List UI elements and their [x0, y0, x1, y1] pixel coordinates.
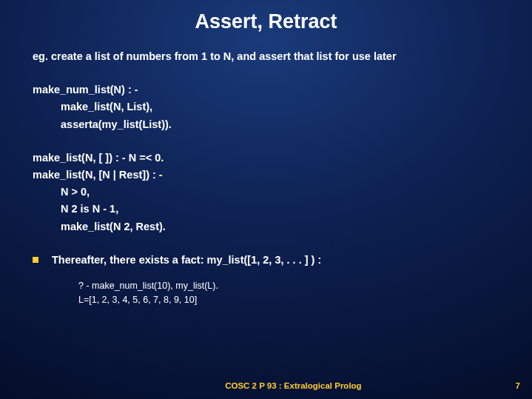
- description-text: eg. create a list of numbers from 1 to N…: [33, 48, 510, 65]
- slide-content: eg. create a list of numbers from 1 to N…: [0, 38, 532, 306]
- example-line: L=[1, 2, 3, 4, 5, 6, 7, 8, 9, 10]: [78, 293, 510, 307]
- code-block-2: make_list(N, [ ]) : - N =< 0. make_list(…: [33, 150, 510, 235]
- example-line: ? - make_num_list(10), my_list(L).: [78, 279, 510, 293]
- code-line: make_list(N, [ ]) : - N =< 0.: [33, 150, 510, 167]
- page-number: 7: [516, 381, 520, 390]
- code-line: make_list(N, List),: [33, 98, 510, 115]
- slide: Assert, Retract eg. create a list of num…: [0, 0, 532, 399]
- code-line: make_list(N, [N | Rest]) : -: [33, 167, 510, 184]
- code-block-1: make_num_list(N) : - make_list(N, List),…: [33, 81, 510, 133]
- code-line: N 2 is N - 1,: [33, 201, 510, 218]
- slide-title: Assert, Retract: [0, 0, 532, 38]
- code-line: make_list(N 2, Rest).: [33, 218, 510, 235]
- slide-footer: COSC 2 P 93 : Extralogical Prolog 7: [0, 381, 532, 390]
- bullet-item: Thereafter, there exists a fact: my_list…: [33, 252, 510, 269]
- example-block: ? - make_num_list(10), my_list(L). L=[1,…: [33, 279, 510, 307]
- bullet-text: Thereafter, there exists a fact: my_list…: [52, 252, 321, 269]
- code-line: N > 0,: [33, 184, 510, 201]
- code-line: asserta(my_list(List)).: [33, 116, 510, 133]
- code-line: make_num_list(N) : -: [33, 81, 510, 98]
- bullet-icon: [33, 257, 38, 263]
- footer-course: COSC 2 P 93 : Extralogical Prolog: [225, 381, 361, 390]
